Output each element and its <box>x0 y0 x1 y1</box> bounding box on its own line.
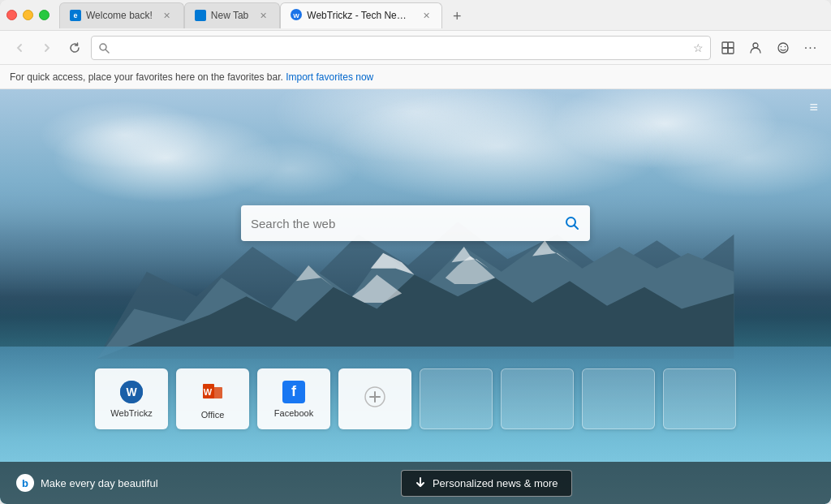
quick-link-empty-4[interactable] <box>663 368 736 429</box>
tab-favicon-welcome: e <box>70 10 81 21</box>
personalized-btn-label: Personalized news & more <box>433 477 558 489</box>
personalized-news-button[interactable]: Personalized news & more <box>401 470 572 497</box>
tab-title-newtab: New Tab <box>211 10 248 21</box>
profile-icon <box>749 41 762 54</box>
download-arrow-icon <box>415 477 426 489</box>
maximize-button[interactable] <box>39 10 50 20</box>
title-bar: e Welcome back! ✕ New Tab ✕ W WebTrickz … <box>0 0 831 31</box>
tab-title-welcome: Welcome back! <box>86 10 153 21</box>
tab-close-welcome[interactable]: ✕ <box>161 9 174 22</box>
page-menu-icon[interactable]: ≡ <box>809 99 818 116</box>
tab-favicon-webtrickz: W <box>291 9 302 23</box>
svg-rect-26 <box>211 387 222 398</box>
forward-icon <box>42 43 52 53</box>
svg-text:W: W <box>204 387 213 397</box>
emoji-icon <box>777 41 790 54</box>
new-tab-button[interactable]: + <box>446 6 468 28</box>
tab-favicon-newtab <box>195 10 206 21</box>
ellipsis-icon: ··· <box>804 41 817 55</box>
mountain-layer <box>0 172 831 359</box>
quick-link-empty-1[interactable] <box>420 368 493 429</box>
tabs-area: e Welcome back! ✕ New Tab ✕ W WebTrickz … <box>59 2 825 28</box>
svg-rect-5 <box>728 42 734 48</box>
minimize-button[interactable] <box>23 10 33 20</box>
search-container <box>241 205 590 241</box>
svg-text:W: W <box>126 386 137 398</box>
webtrickz-icon: W <box>120 381 143 403</box>
office-label: Office <box>201 410 225 420</box>
collections-icon <box>721 41 735 55</box>
svg-line-22 <box>575 226 579 230</box>
svg-text:W: W <box>294 11 300 19</box>
bing-logo: b Make every day beautiful <box>16 474 158 492</box>
svg-point-10 <box>781 45 782 47</box>
bing-tagline: Make every day beautiful <box>41 477 158 489</box>
browser-window: e Welcome back! ✕ New Tab ✕ W WebTrickz … <box>0 0 831 504</box>
svg-rect-6 <box>722 48 728 54</box>
svg-point-9 <box>778 43 788 53</box>
address-bar[interactable]: ☆ <box>91 36 711 60</box>
back-icon <box>15 43 24 53</box>
search-box[interactable] <box>241 205 590 241</box>
settings-button[interactable]: ··· <box>799 36 823 60</box>
office-icon: W <box>200 379 226 405</box>
quick-link-add[interactable] <box>338 368 411 429</box>
bottom-bar: b Make every day beautiful Personalized … <box>0 462 831 504</box>
svg-rect-4 <box>722 42 728 48</box>
tab-newtab[interactable]: New Tab ✕ <box>184 2 280 28</box>
facebook-label: Facebook <box>274 408 313 418</box>
tab-welcome[interactable]: e Welcome back! ✕ <box>59 2 184 28</box>
search-submit-icon[interactable] <box>564 215 580 231</box>
collections-button[interactable] <box>716 36 740 60</box>
webtrickz-label: WebTrickz <box>110 408 152 418</box>
tab-close-newtab[interactable]: ✕ <box>256 9 269 22</box>
quick-link-office[interactable]: W Office <box>176 368 249 429</box>
facebook-icon: f <box>282 381 305 403</box>
refresh-button[interactable] <box>63 37 86 59</box>
content-area: ≡ W WebTrickz <box>0 89 831 504</box>
search-input[interactable] <box>251 217 564 230</box>
forward-button[interactable] <box>36 37 58 59</box>
quick-link-empty-3[interactable] <box>582 368 655 429</box>
quick-link-empty-2[interactable] <box>501 368 574 429</box>
feedback-button[interactable] <box>771 36 795 60</box>
bing-icon: b <box>16 474 34 492</box>
svg-point-8 <box>753 43 758 48</box>
svg-line-3 <box>105 50 109 53</box>
svg-rect-7 <box>728 48 734 54</box>
close-button[interactable] <box>6 10 17 20</box>
quick-link-facebook[interactable]: f Facebook <box>257 368 330 429</box>
profile-button[interactable] <box>743 36 768 60</box>
tab-title-webtrickz: WebTrickz - Tech News, Phon... <box>307 10 412 21</box>
svg-point-11 <box>785 45 786 47</box>
back-button[interactable] <box>8 37 31 59</box>
window-controls <box>6 10 50 20</box>
import-favorites-link[interactable]: Import favorites now <box>286 71 373 83</box>
search-icon-address <box>98 42 110 54</box>
nav-right-buttons: ··· <box>716 36 823 60</box>
tab-close-webtrickz[interactable]: ✕ <box>420 9 432 22</box>
quick-link-webtrickz[interactable]: W WebTrickz <box>95 368 168 429</box>
address-input[interactable] <box>114 41 688 54</box>
favorites-message: For quick access, place your favorites h… <box>10 71 283 83</box>
bookmark-star-icon[interactable]: ☆ <box>693 41 704 54</box>
tab-webtrickz[interactable]: W WebTrickz - Tech News, Phon... ✕ <box>280 2 442 28</box>
quick-links: W WebTrickz W Office f Fac <box>95 368 736 429</box>
refresh-icon <box>69 42 80 54</box>
add-site-icon <box>364 386 386 408</box>
favorites-bar: For quick access, place your favorites h… <box>0 65 831 89</box>
nav-bar: ☆ <box>0 31 831 65</box>
